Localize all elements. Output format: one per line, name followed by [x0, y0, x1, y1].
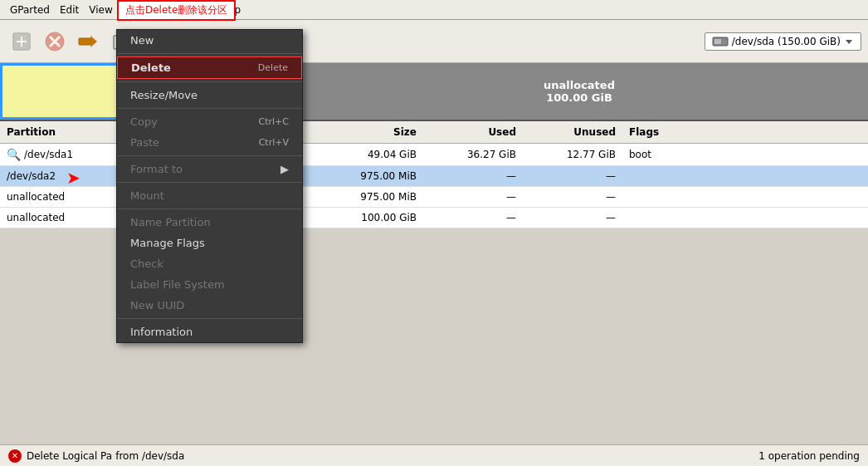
- vis-unalloc-size: 100.00 GiB: [546, 91, 612, 104]
- th-unused: Unused: [523, 125, 622, 140]
- cm-sep6: [117, 208, 302, 209]
- statusbar: ✕ Delete Logical Pa from /dev/sda 1 oper…: [0, 444, 868, 466]
- row1-size: 49.04 GiB: [324, 145, 423, 164]
- row2-partition: /dev/sda2 ➤: [0, 168, 124, 184]
- menu-edit[interactable]: Edit: [55, 2, 84, 17]
- menubar: GParted Edit View Device Partition Help: [0, 0, 868, 20]
- svg-marker-7: [90, 36, 97, 47]
- cm-information-label: Information: [130, 326, 193, 338]
- app-window: GParted Edit View Device Partition Help: [0, 0, 868, 466]
- cm-paste: Paste Ctrl+V: [117, 132, 302, 153]
- row2-used: —: [423, 168, 523, 184]
- device-selector-label: /dev/sda (150.00 GiB): [732, 36, 841, 47]
- status-suffix: from /dev/sda: [115, 450, 184, 462]
- cm-new-uuid: New UUID: [117, 295, 302, 316]
- cm-sep5: [117, 182, 302, 183]
- cm-label-fs: Label File System: [117, 274, 302, 295]
- cm-delete-shortcut: Delete: [258, 62, 288, 73]
- cm-delete[interactable]: Delete Delete: [117, 56, 302, 79]
- new-button[interactable]: [7, 27, 37, 56]
- th-size: Size: [324, 125, 423, 140]
- row3-used: —: [423, 189, 523, 205]
- table-area: Partition File System Mount Point Size U…: [0, 121, 868, 228]
- menu-gparted[interactable]: GParted: [5, 2, 55, 17]
- menu-view[interactable]: View: [84, 2, 117, 17]
- main-content: Partition File System Mount Point Size U…: [0, 121, 868, 466]
- cm-new[interactable]: New: [117, 30, 302, 51]
- row4-partition: unallocated: [0, 209, 124, 226]
- status-icon: ✕: [8, 449, 22, 463]
- cm-label-fs-label: Label File System: [130, 278, 225, 291]
- th-used: Used: [423, 125, 523, 140]
- cm-mount: Mount: [117, 185, 302, 206]
- device-selector[interactable]: /dev/sda (150.00 GiB): [705, 32, 861, 51]
- row4-flags: [622, 209, 788, 226]
- cm-sep4: [117, 155, 302, 156]
- table-body: 🔍 /dev/sda1 ext4 / 49.04 GiB 36.27 GiB 1…: [0, 144, 868, 228]
- row1-used: 36.27 GiB: [423, 145, 523, 164]
- row3-size: 975.00 MiB: [324, 189, 423, 205]
- row3-flags: [622, 189, 788, 205]
- context-menu: 点击Delete删除该分区 New Delete Delete Resize/M…: [116, 29, 303, 343]
- row4-unused: —: [523, 209, 622, 226]
- search-icon: 🔍: [7, 148, 21, 161]
- cm-resize[interactable]: Resize/Move: [117, 85, 302, 105]
- resize-toolbar-button[interactable]: [73, 27, 103, 56]
- menu-help[interactable]: Help: [213, 2, 246, 17]
- svg-rect-6: [79, 38, 90, 45]
- cm-name-partition: Name Partition: [117, 212, 302, 233]
- cm-sep7: [117, 318, 302, 319]
- svg-rect-14: [714, 39, 721, 44]
- ops-pending: 1 operation pending: [758, 450, 860, 462]
- th-partition: Partition: [0, 125, 124, 140]
- cm-new-label: New: [130, 34, 154, 47]
- cm-resize-label: Resize/Move: [130, 89, 197, 101]
- vis-unalloc-name: unallocated: [544, 79, 615, 91]
- row4-size: 100.00 GiB: [324, 209, 423, 226]
- cm-format-to: Format to ▶: [117, 159, 302, 179]
- cm-delete-label: Delete: [131, 61, 171, 74]
- cm-copy-shortcut: Ctrl+C: [259, 116, 289, 127]
- row3-partition: unallocated: [0, 189, 124, 205]
- cm-paste-shortcut: Ctrl+V: [259, 137, 289, 148]
- cm-copy: Copy Ctrl+C: [117, 111, 302, 132]
- row2-size: 975.00 MiB: [324, 168, 423, 184]
- row2-unused: —: [523, 168, 622, 184]
- row4-used: —: [423, 209, 523, 226]
- cm-paste-label: Paste: [130, 136, 159, 149]
- th-flags: Flags: [622, 125, 788, 140]
- cm-manage-flags-label: Manage Flags: [130, 237, 205, 249]
- row1-unused: 12.77 GiB: [523, 145, 622, 164]
- cm-sep2: [117, 81, 302, 82]
- cm-mount-label: Mount: [130, 189, 164, 202]
- red-arrow-icon: ➤: [66, 168, 80, 188]
- row3-unused: —: [523, 189, 622, 205]
- cm-check-label: Check: [130, 258, 163, 270]
- status-text: Delete Logical Pa: [27, 450, 112, 462]
- cm-check: Check: [117, 253, 302, 274]
- cm-manage-flags[interactable]: Manage Flags: [117, 233, 302, 253]
- row1-flags: boot: [622, 145, 788, 164]
- menu-device[interactable]: Device: [118, 2, 162, 17]
- row2-flags: [622, 168, 788, 184]
- cm-sep1: [117, 53, 302, 54]
- cm-name-partition-label: Name Partition: [130, 216, 211, 228]
- cm-format-arrow: ▶: [280, 163, 289, 175]
- vis-unallocated[interactable]: unallocated 100.00 GiB: [290, 63, 868, 120]
- svg-marker-15: [846, 40, 852, 44]
- menu-partition[interactable]: Partition: [162, 2, 213, 17]
- cm-new-uuid-label: New UUID: [130, 299, 184, 311]
- table-row[interactable]: /dev/sda2 ➤ 975.00 MiB — — 点击Delete删除该分区: [0, 166, 868, 187]
- delete-toolbar-button[interactable]: [40, 27, 70, 56]
- cm-sep3: [117, 108, 302, 109]
- cm-format-label: Format to: [130, 163, 183, 175]
- row1-partition: 🔍 /dev/sda1: [0, 145, 124, 164]
- cm-information[interactable]: Information: [117, 321, 302, 342]
- cm-copy-label: Copy: [130, 115, 158, 128]
